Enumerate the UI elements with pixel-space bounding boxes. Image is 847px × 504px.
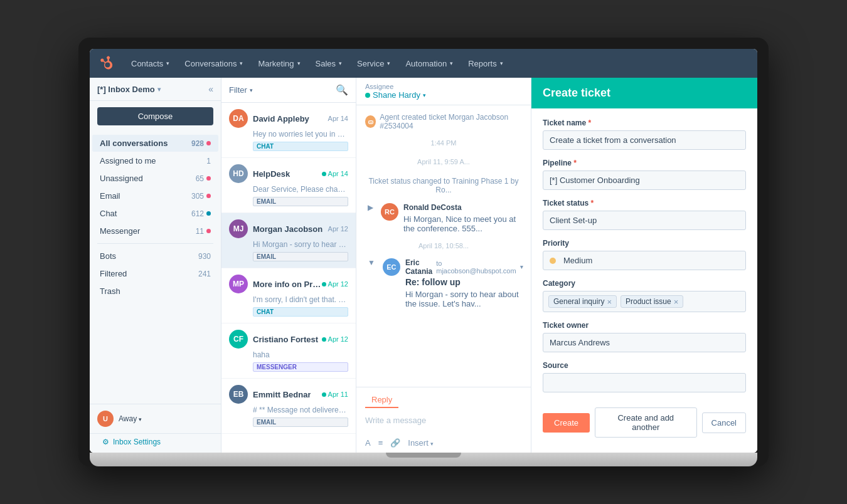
sidebar-item-messenger[interactable]: Messenger 11 bbox=[92, 223, 218, 239]
message-eric: ▼ EC Eric Catania to mjacobson@hubspot.c… bbox=[365, 258, 522, 308]
reply-tab[interactable]: Reply bbox=[365, 392, 398, 408]
sidebar-divider bbox=[97, 243, 213, 244]
source-label: Source bbox=[543, 361, 746, 370]
category-tag-remove-product[interactable]: × bbox=[674, 298, 679, 306]
ticket-name-label: Ticket name * bbox=[543, 118, 746, 127]
conversation-messages: 🎟 Agent created ticket Morgan Jacobson #… bbox=[356, 105, 531, 387]
conv-preview-cristiano: haha bbox=[229, 350, 348, 359]
inbox-settings-link[interactable]: ⚙ Inbox Settings bbox=[102, 438, 213, 446]
format-text-button[interactable]: A bbox=[365, 438, 371, 448]
sidebar-item-filtered[interactable]: Filtered 241 bbox=[92, 265, 218, 282]
conversation-list: Filter ▾ 🔍 DA David Appleby Apr 14 bbox=[221, 78, 356, 453]
sidebar-item-email[interactable]: Email 305 bbox=[92, 187, 218, 204]
assignee-name[interactable]: Shane Hardy ▾ bbox=[365, 90, 426, 100]
assignee-label: Assignee bbox=[365, 83, 426, 90]
ticket-status-label: Ticket status * bbox=[543, 199, 746, 207]
category-tags-container[interactable]: General inquiry × Product issue × bbox=[543, 291, 746, 312]
nav-marketing[interactable]: Marketing ▾ bbox=[252, 56, 306, 71]
user-avatar: U bbox=[97, 411, 114, 427]
email-collapse-button[interactable]: ▼ bbox=[365, 258, 378, 267]
sidebar-item-assigned-to-me[interactable]: Assigned to me 1 bbox=[92, 152, 218, 169]
priority-select[interactable]: Medium bbox=[543, 251, 746, 270]
sidebar-item-bots[interactable]: Bots 930 bbox=[92, 248, 218, 265]
pipeline-input[interactable] bbox=[543, 171, 746, 190]
timestamp-apr11: April 11, 9:59 A... bbox=[365, 158, 522, 165]
ticket-owner-group: Ticket owner bbox=[543, 321, 746, 352]
search-button[interactable]: 🔍 bbox=[336, 84, 348, 96]
nav-reports[interactable]: Reports ▾ bbox=[462, 56, 509, 71]
system-message: 🎟 Agent created ticket Morgan Jacobson #… bbox=[365, 113, 522, 130]
conv-preview-david: Hey no worries let you in cont... bbox=[229, 130, 348, 139]
compose-button[interactable]: Compose bbox=[97, 107, 213, 125]
nav-contacts[interactable]: Contacts ▾ bbox=[125, 56, 176, 71]
conv-avatar-morgan: MJ bbox=[229, 219, 248, 238]
ticket-form: Ticket name * Pipeline * bbox=[531, 108, 757, 402]
create-ticket-panel: Create ticket Ticket name * Pi bbox=[531, 78, 757, 453]
conv-item-helpdesk[interactable]: HD HelpDesk Apr 14 Dear Service, Please … bbox=[221, 158, 356, 213]
create-button[interactable]: Create bbox=[543, 413, 590, 433]
conv-preview-morgan: Hi Morgan - sorry to hear about th... bbox=[229, 240, 348, 249]
user-status[interactable]: Away ▾ bbox=[119, 414, 142, 423]
create-and-add-another-button[interactable]: Create and add another bbox=[595, 407, 697, 438]
filter-button[interactable]: Filter ▾ bbox=[229, 85, 253, 95]
priority-dot-icon bbox=[550, 258, 556, 264]
msg-avatar-ronald: RC bbox=[381, 203, 398, 221]
category-group: Category General inquiry × Product issue… bbox=[543, 279, 746, 312]
conv-tag-cristiano: MESSENGER bbox=[253, 362, 348, 372]
status-indicator bbox=[365, 93, 370, 98]
reply-area: Reply Write a message A ≡ 🔗 Insert ▾ bbox=[356, 387, 531, 453]
ticket-panel-header: Create ticket bbox=[531, 78, 757, 108]
category-tag-remove-general[interactable]: × bbox=[607, 298, 612, 306]
conv-tag-moreinfo: CHAT bbox=[253, 307, 348, 317]
sidebar-item-trash[interactable]: Trash bbox=[92, 283, 218, 300]
conv-item-morgan[interactable]: MJ Morgan Jacobson Apr 12 Hi Morgan - so… bbox=[221, 213, 356, 268]
conv-item-david[interactable]: DA David Appleby Apr 14 Hey no worries l… bbox=[221, 103, 356, 158]
expand-email-icon[interactable]: ▾ bbox=[520, 264, 523, 270]
conv-item-emmitt[interactable]: EB Emmitt Bednar Apr 11 # ** Message not… bbox=[221, 379, 356, 434]
caret-down-icon: ▾ bbox=[250, 87, 253, 93]
laptop-base bbox=[90, 453, 757, 466]
chevron-left-icon[interactable]: « bbox=[208, 84, 213, 94]
nav-automation[interactable]: Automation ▾ bbox=[399, 56, 459, 71]
gear-icon: ⚙ bbox=[102, 438, 109, 446]
attach-link-button[interactable]: 🔗 bbox=[390, 438, 400, 448]
format-list-button[interactable]: ≡ bbox=[378, 438, 383, 448]
nav-service[interactable]: Service ▾ bbox=[351, 56, 397, 71]
conv-avatar-moreinfo: MP bbox=[229, 275, 248, 293]
inbox-title[interactable]: [*] Inbox Demo ▾ bbox=[97, 85, 161, 94]
category-tag-product: Product issue × bbox=[621, 295, 683, 308]
ticket-owner-input[interactable] bbox=[543, 333, 746, 352]
msg-avatar-eric: EC bbox=[383, 258, 400, 276]
ticket-name-input[interactable] bbox=[543, 130, 746, 150]
reply-input[interactable]: Write a message bbox=[365, 412, 522, 434]
reply-tabs: Reply bbox=[365, 392, 522, 408]
pipeline-label: Pipeline * bbox=[543, 159, 746, 167]
collapse-button[interactable]: ▶ bbox=[365, 203, 376, 212]
conv-avatar-helpdesk: HD bbox=[229, 164, 248, 183]
conv-tag-helpdesk: EMAIL bbox=[253, 197, 348, 206]
hubspot-logo[interactable] bbox=[97, 53, 117, 73]
nav-conversations[interactable]: Conversations ▾ bbox=[178, 56, 249, 71]
nav-sales[interactable]: Sales ▾ bbox=[309, 56, 349, 71]
conv-item-cristiano[interactable]: CF Cristiano Fortest Apr 12 haha MESSENG… bbox=[221, 323, 356, 379]
conv-tag-emmitt: EMAIL bbox=[253, 417, 348, 427]
timestamp-144pm: 1:44 PM bbox=[365, 139, 522, 147]
insert-button[interactable]: Insert ▾ bbox=[408, 438, 434, 448]
sidebar-item-chat[interactable]: Chat 612 bbox=[92, 205, 218, 222]
timestamp-apr18: April 18, 10:58... bbox=[365, 242, 522, 249]
conv-preview-helpdesk: Dear Service, Please change you.... bbox=[229, 185, 348, 194]
conv-item-moreinfo[interactable]: MP More info on Produ... Apr 12 I'm sorr… bbox=[221, 268, 356, 323]
sidebar-item-all-conversations[interactable]: All conversations 928 bbox=[92, 135, 218, 152]
ticket-owner-label: Ticket owner bbox=[543, 321, 746, 330]
cancel-button[interactable]: Cancel bbox=[702, 412, 746, 433]
nav-bar: Contacts ▾ Conversations ▾ Marketing ▾ S… bbox=[90, 49, 757, 78]
priority-label: Priority bbox=[543, 239, 746, 248]
conv-tag-morgan: EMAIL bbox=[253, 252, 348, 261]
category-label: Category bbox=[543, 279, 746, 288]
source-input[interactable] bbox=[543, 373, 746, 392]
conv-main-header: Assignee Shane Hardy ▾ bbox=[356, 78, 531, 105]
sidebar-item-unassigned[interactable]: Unassigned 65 bbox=[92, 170, 218, 187]
conv-tag-david: CHAT bbox=[253, 142, 348, 151]
ticket-status-input[interactable] bbox=[543, 211, 746, 230]
sidebar-header: [*] Inbox Demo ▾ « bbox=[90, 78, 221, 101]
